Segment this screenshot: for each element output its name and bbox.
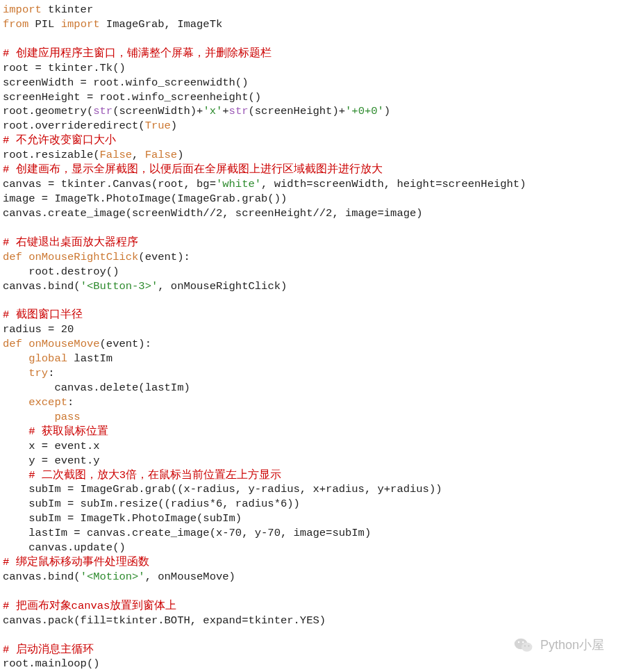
code-token: def bbox=[3, 338, 28, 350]
code-token: # 二次截图，放大3倍，在鼠标当前位置左上方显示 bbox=[28, 469, 281, 482]
code-token: root = tkinter.Tk() bbox=[3, 62, 126, 74]
code-line: subIm = ImageTk.PhotoImage(subIm) bbox=[3, 512, 242, 525]
code-token: , width=screenWidth, height=screenHeight… bbox=[261, 178, 526, 190]
code-line: try: bbox=[3, 367, 54, 379]
svg-point-4 bbox=[524, 646, 526, 647]
svg-point-5 bbox=[528, 646, 529, 647]
code-line: root.destroy() bbox=[3, 265, 119, 278]
code-line: def onMouseMove(event): bbox=[3, 338, 151, 350]
code-line: # 二次截图，放大3倍，在鼠标当前位置左上方显示 bbox=[3, 469, 281, 482]
code-block: import tkinter from PIL import ImageGrab… bbox=[3, 3, 622, 671]
code-token: canvas.create_image(screenWidth//2, scre… bbox=[3, 207, 423, 220]
code-line: canvas.delete(lastIm) bbox=[3, 382, 190, 394]
code-token: tkinter bbox=[42, 3, 93, 16]
code-line: subIm = ImageGrab.grab((x-radius, y-radi… bbox=[3, 483, 442, 495]
code-line: radius = 20 bbox=[3, 323, 74, 336]
code-token: True bbox=[145, 120, 171, 132]
code-token: # 截图窗口半径 bbox=[3, 309, 83, 321]
code-token: # 绑定鼠标移动事件处理函数 bbox=[3, 556, 149, 568]
code-line: root.overrideredirect(True) bbox=[3, 120, 177, 132]
code-token: '+0+0' bbox=[345, 105, 384, 117]
code-token: ) bbox=[171, 120, 177, 132]
code-token: lastIm bbox=[67, 352, 112, 365]
code-token: PIL bbox=[28, 18, 61, 31]
code-line: canvas.create_image(screenWidth//2, scre… bbox=[3, 207, 423, 220]
code-token: (screenWidth)+ bbox=[112, 105, 203, 117]
code-token: , bbox=[132, 149, 145, 161]
code-token: from bbox=[3, 18, 28, 31]
code-token: # 创建画布，显示全屏截图，以便后面在全屏截图上进行区域截图并进行放大 bbox=[3, 163, 383, 176]
code-line: root.mainloop() bbox=[3, 657, 100, 670]
code-token: lastIm = canvas.create_image(x-70, y-70,… bbox=[3, 527, 371, 539]
code-token: except bbox=[28, 396, 67, 409]
code-line: lastIm = canvas.create_image(x-70, y-70,… bbox=[3, 527, 371, 539]
code-line: # 把画布对象canvas放置到窗体上 bbox=[3, 600, 176, 612]
code-token: image = ImageTk.PhotoImage(ImageGrab.gra… bbox=[3, 192, 287, 205]
code-token: global bbox=[28, 352, 67, 365]
svg-point-2 bbox=[518, 641, 519, 643]
code-token bbox=[3, 367, 28, 379]
code-line: screenHeight = root.winfo_screenheight() bbox=[3, 91, 261, 104]
code-token bbox=[3, 352, 28, 365]
code-token: + bbox=[222, 105, 228, 117]
code-token: # 不允许改变窗口大小 bbox=[3, 134, 116, 147]
code-token bbox=[3, 469, 28, 482]
code-line: # 右键退出桌面放大器程序 bbox=[3, 236, 138, 249]
code-line: screenWidth = root.winfo_screenwidth() bbox=[3, 76, 248, 89]
code-token: '<Button-3>' bbox=[81, 280, 158, 293]
code-token: try bbox=[28, 367, 48, 379]
code-line: y = event.y bbox=[3, 454, 100, 467]
code-token: ) bbox=[384, 105, 390, 117]
code-line: root = tkinter.Tk() bbox=[3, 62, 126, 74]
code-token: onMouseMove bbox=[28, 338, 99, 350]
code-line: canvas.pack(fill=tkinter.BOTH, expand=tk… bbox=[3, 614, 326, 627]
code-token: root.overrideredirect( bbox=[3, 120, 145, 132]
code-token: str bbox=[229, 105, 249, 117]
code-token: import bbox=[3, 3, 42, 16]
code-token: canvas.bind( bbox=[3, 571, 81, 583]
code-token: root.geometry( bbox=[3, 105, 93, 117]
code-token: 'x' bbox=[203, 105, 222, 117]
code-line: from PIL import ImageGrab, ImageTk bbox=[3, 18, 222, 31]
code-token: pass bbox=[54, 411, 80, 423]
code-line: x = event.x bbox=[3, 440, 100, 452]
code-token: str bbox=[93, 105, 112, 117]
code-line: import tkinter bbox=[3, 3, 93, 16]
code-token: # 创建应用程序主窗口，铺满整个屏幕，并删除标题栏 bbox=[3, 47, 272, 60]
code-token: root.resizable( bbox=[3, 149, 100, 161]
code-line: except: bbox=[3, 396, 74, 409]
code-token: (screenHeight)+ bbox=[249, 105, 346, 117]
svg-point-3 bbox=[522, 641, 524, 643]
code-line: # 不允许改变窗口大小 bbox=[3, 134, 116, 147]
code-token: y = event.y bbox=[3, 454, 100, 467]
code-token: def bbox=[3, 251, 28, 263]
code-token: screenHeight = root.winfo_screenheight() bbox=[3, 91, 261, 104]
code-line: global lastIm bbox=[3, 352, 112, 365]
svg-point-1 bbox=[522, 643, 533, 652]
code-token bbox=[3, 396, 28, 409]
code-token: x = event.x bbox=[3, 440, 100, 452]
code-line: # 创建画布，显示全屏截图，以便后面在全屏截图上进行区域截图并进行放大 bbox=[3, 163, 383, 176]
code-token: subIm = ImageTk.PhotoImage(subIm) bbox=[3, 512, 242, 525]
code-token: (event): bbox=[100, 338, 151, 350]
code-token bbox=[3, 411, 54, 423]
code-line: # 截图窗口半径 bbox=[3, 309, 83, 321]
code-line: image = ImageTk.PhotoImage(ImageGrab.gra… bbox=[3, 192, 287, 205]
watermark-text: Python小屋 bbox=[540, 637, 604, 653]
code-token bbox=[3, 425, 28, 438]
watermark: Python小屋 bbox=[514, 637, 604, 653]
code-token: , onMouseMove) bbox=[145, 571, 235, 583]
code-token: screenWidth = root.winfo_screenwidth() bbox=[3, 76, 248, 89]
code-line: canvas.bind('<Motion>', onMouseMove) bbox=[3, 571, 235, 583]
code-token: canvas.delete(lastIm) bbox=[3, 382, 190, 394]
code-token: canvas.update() bbox=[3, 541, 126, 554]
code-token: ) bbox=[177, 149, 183, 161]
code-line: canvas.update() bbox=[3, 541, 126, 554]
code-token: # 把画布对象canvas放置到窗体上 bbox=[3, 600, 176, 612]
code-token: False bbox=[145, 149, 178, 161]
code-token: ImageGrab, ImageTk bbox=[100, 18, 223, 31]
code-token: import bbox=[61, 18, 100, 31]
code-line: # 绑定鼠标移动事件处理函数 bbox=[3, 556, 149, 568]
code-token: , onMouseRightClick) bbox=[158, 280, 287, 293]
wechat-icon bbox=[514, 637, 533, 653]
